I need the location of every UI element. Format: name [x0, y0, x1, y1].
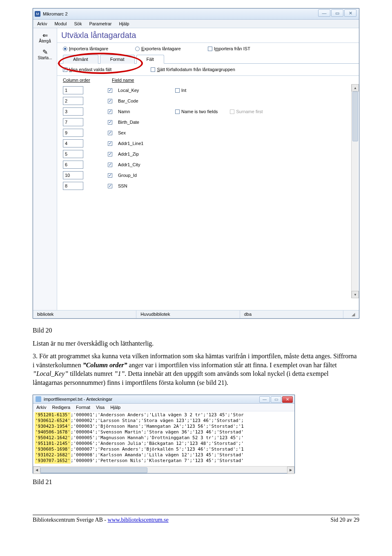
- back-icon: ⇐: [34, 32, 56, 39]
- field-checkbox[interactable]: [108, 152, 112, 156]
- scroll-right-icon[interactable]: ▶: [287, 467, 294, 474]
- line-rest: ;'000002';'Larsson Stina';'Stora vägen 1…: [71, 418, 244, 424]
- menu-arkiv[interactable]: Arkiv: [36, 405, 46, 410]
- menu-modul[interactable]: Modul: [54, 21, 67, 26]
- field-checkbox[interactable]: [108, 109, 112, 114]
- checkbox-icon: [175, 109, 180, 114]
- menu-redigera[interactable]: Redigera: [52, 405, 70, 410]
- close-button[interactable]: ✕: [344, 9, 356, 17]
- menu-format[interactable]: Format: [76, 405, 90, 410]
- check-set-due[interactable]: Sätt förfallodatum från låntagargruppen: [151, 67, 235, 72]
- extra-name-two[interactable]: Name is two fields: [175, 109, 218, 114]
- field-name: Group_Id: [118, 173, 163, 178]
- titlebar[interactable]: importfilexempel.txt - Anteckningar — ▭ …: [33, 395, 294, 404]
- order-input[interactable]: 10: [63, 171, 83, 179]
- checkbox-icon: [230, 109, 234, 114]
- menubar: Arkiv Modul Sök Parametrar Hjälp: [33, 20, 359, 28]
- menu-hjalp[interactable]: Hjälp: [110, 405, 120, 410]
- text-content[interactable]: '951201-6135';'000001';'Andersson Anders…: [33, 411, 294, 466]
- text-emph: ”Column order”: [83, 362, 127, 368]
- text-line: '940506-1678';'000004';'Svensson Martin'…: [35, 429, 293, 435]
- menu-visa[interactable]: Visa: [96, 405, 105, 410]
- field-checkbox[interactable]: [108, 141, 112, 146]
- tabs-row: Allmänt Format Fält: [57, 54, 359, 64]
- menu-arkiv[interactable]: Arkiv: [37, 21, 47, 26]
- resize-grip-icon[interactable]: ◢: [343, 310, 359, 318]
- order-input[interactable]: 6: [63, 161, 83, 169]
- titlebar[interactable]: M Mikromarc 2 — ▭ ✕: [33, 9, 359, 20]
- close-button[interactable]: ✕: [282, 396, 293, 403]
- minimize-button[interactable]: —: [318, 9, 330, 17]
- line-rest: ;'000006';'Andersson Julia';'Bäckgatan 1…: [71, 441, 244, 447]
- extra-surname-first: Surname first: [230, 109, 263, 114]
- field-name: Addr1_City: [118, 162, 163, 167]
- field-row: 8 SSN: [63, 181, 353, 191]
- menu-sok[interactable]: Sök: [74, 21, 82, 26]
- scroll-up-icon[interactable]: ▲: [352, 84, 359, 92]
- toolbar-start-label: Starta...: [38, 56, 52, 60]
- maximize-button[interactable]: ▭: [271, 396, 281, 403]
- horizontal-scrollbar[interactable]: ◀ ▶: [33, 466, 294, 473]
- tab-allmant[interactable]: Allmänt: [63, 55, 98, 64]
- extra-label: Name is two fields: [181, 109, 218, 114]
- order-input[interactable]: 5: [63, 150, 83, 158]
- text: tilldelats numret: [68, 370, 114, 377]
- order-input[interactable]: 3: [63, 107, 83, 116]
- line-rest: ;'000009';'Pettersson Nils';'Klostergata…: [71, 458, 244, 464]
- extra-label: Surname first: [236, 109, 263, 114]
- order-input[interactable]: 2: [63, 97, 83, 105]
- text-line: '930605-1698';'000007';'Persson Anders';…: [35, 447, 293, 452]
- order-input[interactable]: 8: [63, 182, 83, 190]
- scroll-down-icon[interactable]: ▼: [352, 291, 359, 298]
- start-icon: ✎: [34, 49, 56, 56]
- check-ist[interactable]: Importera från IST: [208, 46, 250, 51]
- field-checkbox[interactable]: [108, 173, 112, 178]
- order-input[interactable]: 4: [63, 139, 83, 147]
- tab-falt[interactable]: Fält: [136, 55, 164, 64]
- highlighted-ssn: '951101-2145': [35, 441, 71, 447]
- status-bibliotek: bibliotek: [33, 310, 136, 318]
- toolbar-back[interactable]: ⇐ Återgå: [33, 31, 57, 47]
- scroll-thumb[interactable]: [352, 92, 358, 141]
- caption-bild-21-wrap: Bild 21: [33, 478, 359, 487]
- highlighted-ssn: '930707-1652': [35, 458, 71, 464]
- order-input[interactable]: 1: [63, 86, 83, 94]
- field-checkbox[interactable]: [108, 131, 112, 135]
- highlighted-ssn: '930612-6524': [35, 418, 71, 424]
- check-show-selected[interactable]: Visa endast valda fält: [63, 67, 111, 72]
- order-input[interactable]: 9: [63, 129, 83, 137]
- vertical-scrollbar[interactable]: ▲ ▼: [351, 84, 358, 298]
- tab-format[interactable]: Format: [100, 55, 135, 64]
- field-checkbox[interactable]: [108, 88, 112, 93]
- menu-hjalp[interactable]: Hjälp: [119, 21, 129, 26]
- field-row: 1 Local_Key Int: [63, 85, 353, 96]
- field-row: 4 Addr1_Line1: [63, 138, 353, 149]
- col-order-header: Column order: [63, 78, 96, 83]
- toolbar-start[interactable]: ✎ Starta...: [33, 47, 57, 64]
- window-title: importfilexempel.txt - Anteckningar: [44, 397, 112, 402]
- footer-link[interactable]: www.bibliotekscentrum.se: [108, 517, 169, 523]
- text: Bibliotekscentrum Sverige AB -: [33, 517, 108, 523]
- text-line: '950412-1642';'000005';'Magnusson Hannah…: [35, 435, 293, 441]
- caption-bild-20: Bild 20: [33, 326, 359, 335]
- maximize-button[interactable]: ▭: [331, 9, 343, 17]
- column-headers: Column order Field name: [57, 76, 359, 84]
- radio-export-label: Exportera låntagare: [141, 46, 181, 51]
- highlighted-ssn: '951201-6135': [35, 412, 71, 418]
- extra-int[interactable]: Int: [175, 88, 186, 93]
- check-show-selected-label: Visa endast valda fält: [69, 67, 111, 72]
- check-ist-label: Importera från IST: [214, 46, 250, 51]
- field-checkbox[interactable]: [108, 184, 112, 188]
- radio-import[interactable]: IImportera låntagaremportera låntagare: [63, 46, 108, 51]
- radio-export[interactable]: Exportera låntagare: [135, 46, 181, 51]
- extra-int-label: Int: [181, 88, 186, 93]
- field-checkbox[interactable]: [108, 120, 112, 125]
- minimize-button[interactable]: —: [259, 396, 270, 403]
- field-checkbox[interactable]: [108, 99, 112, 103]
- checkbox-icon: [208, 47, 212, 51]
- order-input[interactable]: 7: [63, 118, 83, 126]
- menu-parametrar[interactable]: Parametrar: [89, 21, 111, 26]
- scroll-left-icon[interactable]: ◀: [33, 467, 40, 474]
- field-checkbox[interactable]: [108, 163, 112, 167]
- scroll-thumb[interactable]: [40, 467, 147, 473]
